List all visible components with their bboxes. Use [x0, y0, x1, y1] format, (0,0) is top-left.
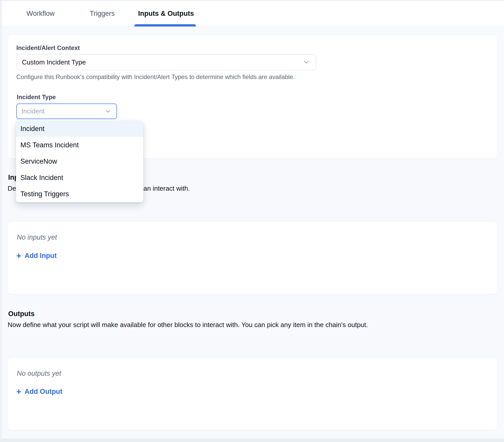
chevron-down-icon — [303, 59, 310, 66]
active-tab-underline — [134, 24, 196, 27]
incident-type-placeholder: Incident — [21, 107, 45, 115]
context-select[interactable]: Custom Incident Type — [16, 54, 316, 70]
plus-icon: + — [16, 387, 21, 396]
add-input-label: Add Input — [24, 252, 57, 260]
context-help-text: Configure this Runbook's compatibility w… — [16, 73, 295, 81]
window-left-edge — [0, 0, 2, 442]
dropdown-option-ms-teams-incident[interactable]: MS Teams Incident — [16, 137, 143, 153]
add-output-button[interactable]: + Add Output — [16, 387, 62, 396]
chevron-down-icon — [105, 108, 111, 115]
no-inputs-text: No inputs yet — [17, 233, 57, 241]
plus-icon: + — [16, 252, 21, 260]
inputs-description-fragment-right: an interact with. — [143, 185, 190, 192]
incident-type-label: Incident Type — [17, 94, 56, 101]
no-outputs-text: No outputs yet — [17, 370, 61, 378]
outputs-heading: Outputs — [8, 310, 34, 318]
add-output-label: Add Output — [24, 388, 62, 396]
outputs-card: No outputs yet + Add Output — [8, 358, 497, 430]
tab-triggers[interactable]: Triggers — [90, 10, 115, 18]
dropdown-option-testing-triggers[interactable]: Testing Triggers — [16, 186, 143, 202]
dropdown-option-servicenow[interactable]: ServiceNow — [16, 153, 143, 170]
tab-workflow[interactable]: Workflow — [26, 10, 55, 18]
context-field-label: Incident/Alert Context — [16, 44, 80, 51]
tab-inputs-outputs[interactable]: Inputs & Outputs — [138, 10, 194, 18]
inputs-card: No inputs yet + Add Input — [8, 221, 497, 294]
incident-type-menu: Incident MS Teams Incident ServiceNow Sl… — [16, 121, 143, 202]
tab-bar: Workflow Triggers Inputs & Outputs — [0, 0, 504, 27]
inputs-outputs-page: Workflow Triggers Inputs & Outputs Incid… — [0, 0, 504, 442]
window-top-border — [0, 0, 504, 1]
add-input-button[interactable]: + Add Input — [16, 252, 57, 260]
window-bottom-edge — [0, 438, 504, 442]
incident-type-select[interactable]: Incident — [16, 103, 117, 119]
inputs-description-fragment-left: De — [8, 185, 16, 192]
context-select-value: Custom Incident Type — [22, 58, 86, 66]
outputs-description: Now define what your script will make av… — [8, 321, 368, 329]
dropdown-option-incident[interactable]: Incident — [16, 121, 143, 137]
dropdown-option-slack-incident[interactable]: Slack Incident — [16, 170, 143, 186]
